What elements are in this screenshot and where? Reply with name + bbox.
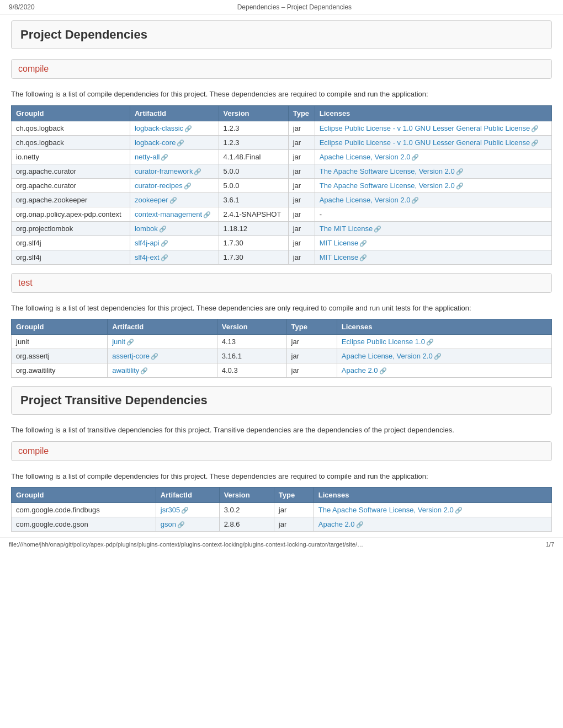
license-link[interactable]: Apache 2.0 xyxy=(318,520,355,528)
artifact-link[interactable]: curator-recipes xyxy=(135,181,183,190)
external-link-icon: 🔗 xyxy=(184,183,192,190)
test-table-header: GroupId ArtifactId Version Type Licenses xyxy=(12,319,552,335)
artifact-link[interactable]: context-management xyxy=(135,210,202,218)
cell-license[interactable]: - xyxy=(315,207,551,221)
external-link-icon: 🔗 xyxy=(411,197,419,204)
cell-license[interactable]: The MIT License🔗 xyxy=(315,221,551,235)
cell-artifactid[interactable]: awaitility🔗 xyxy=(108,363,217,378)
project-dependencies-title: Project Dependencies xyxy=(20,28,147,41)
artifact-link[interactable]: awaitility xyxy=(112,366,139,374)
table-row: org.slf4j slf4j-ext🔗 1.7.30 jar MIT Lice… xyxy=(12,250,552,264)
external-link-icon: 🔗 xyxy=(456,183,464,190)
table-row: junit junit🔗 4.13 jar Eclipse Public Lic… xyxy=(12,335,552,349)
cell-version: 3.6.1 xyxy=(219,192,288,207)
license-link[interactable]: Apache License, Version 2.0 xyxy=(320,196,411,204)
project-transitive-title: Project Transitive Dependencies xyxy=(20,393,208,407)
cell-artifactid[interactable]: curator-framework🔗 xyxy=(130,164,219,178)
cell-artifactid[interactable]: slf4j-ext🔗 xyxy=(130,250,219,264)
artifact-link[interactable]: slf4j-api xyxy=(135,239,160,247)
cell-groupid: ch.qos.logback xyxy=(12,121,130,135)
compile-description: The following is a list of compile depen… xyxy=(11,89,552,100)
cell-groupid: org.assertj xyxy=(12,349,108,363)
footer-path: file:///home/jhh/onap/git/policy/apex-pd… xyxy=(9,541,363,548)
table-row: org.apache.zookeeper zookeeper🔗 3.6.1 ja… xyxy=(12,192,552,207)
cell-groupid: org.slf4j xyxy=(12,250,130,264)
cell-artifactid[interactable]: zookeeper🔗 xyxy=(130,192,219,207)
license-link[interactable]: The Apache Software License, Version 2.0 xyxy=(320,167,455,175)
external-link-icon: 🔗 xyxy=(531,140,539,147)
license-link[interactable]: MIT License xyxy=(320,253,359,261)
artifact-link[interactable]: jsr305 xyxy=(161,506,180,514)
cell-artifactid[interactable]: slf4j-api🔗 xyxy=(130,235,219,250)
artifact-link[interactable]: lombok xyxy=(135,224,158,233)
cell-license[interactable]: The Apache Software License, Version 2.0… xyxy=(315,178,551,192)
test-table: GroupId ArtifactId Version Type Licenses… xyxy=(11,319,552,378)
license-link[interactable]: MIT License xyxy=(320,239,359,247)
license-link[interactable]: Eclipse Public License - v 1.0 GNU Lesse… xyxy=(320,138,530,147)
artifact-link[interactable]: zookeeper xyxy=(135,196,168,204)
cell-groupid: com.google.code.findbugs xyxy=(12,503,156,517)
artifact-link[interactable]: junit xyxy=(112,338,125,346)
cell-version: 3.0.2 xyxy=(219,503,274,517)
col-version: Version xyxy=(219,105,288,121)
cell-artifactid[interactable]: logback-core🔗 xyxy=(130,135,219,149)
license-link[interactable]: Apache License, Version 2.0 xyxy=(342,352,433,360)
artifact-link[interactable]: slf4j-ext xyxy=(135,253,160,261)
license-link[interactable]: The Apache Software License, Version 2.0 xyxy=(320,181,455,190)
external-link-icon: 🔗 xyxy=(426,339,434,346)
artifact-link[interactable]: netty-all xyxy=(135,153,160,161)
cell-artifactid[interactable]: gson🔗 xyxy=(156,517,219,532)
artifact-link[interactable]: assertj-core xyxy=(112,352,150,360)
license-link[interactable]: Apache License, Version 2.0 xyxy=(320,153,411,161)
cell-license[interactable]: The Apache Software License, Version 2.0… xyxy=(314,503,551,517)
cell-type: jar xyxy=(288,235,315,250)
cell-license[interactable]: Apache License, Version 2.0🔗 xyxy=(315,192,551,207)
col-version-test: Version xyxy=(217,319,286,335)
cell-license[interactable]: Apache License, Version 2.0🔗 xyxy=(337,349,551,363)
transitive-description: The following is a list of transitive de… xyxy=(11,425,552,436)
license-link[interactable]: Eclipse Public License - v 1.0 GNU Lesse… xyxy=(320,124,530,132)
cell-artifactid[interactable]: context-management🔗 xyxy=(130,207,219,221)
cell-license[interactable]: Apache 2.0🔗 xyxy=(314,517,551,532)
cell-groupid: io.netty xyxy=(12,149,130,164)
cell-groupid: org.apache.curator xyxy=(12,178,130,192)
cell-license[interactable]: Eclipse Public License - v 1.0 GNU Lesse… xyxy=(315,135,551,149)
cell-license[interactable]: Apache 2.0🔗 xyxy=(337,363,551,378)
external-link-icon: 🔗 xyxy=(181,507,189,514)
cell-type: jar xyxy=(288,192,315,207)
cell-artifactid[interactable]: lombok🔗 xyxy=(130,221,219,235)
cell-license[interactable]: Apache License, Version 2.0🔗 xyxy=(315,149,551,164)
cell-artifactid[interactable]: junit🔗 xyxy=(108,335,217,349)
cell-artifactid[interactable]: logback-classic🔗 xyxy=(130,121,219,135)
cell-license[interactable]: The Apache Software License, Version 2.0… xyxy=(315,164,551,178)
cell-license[interactable]: MIT License🔗 xyxy=(315,250,551,264)
cell-version: 4.0.3 xyxy=(217,363,286,378)
col-groupid: GroupId xyxy=(12,105,130,121)
cell-license[interactable]: MIT License🔗 xyxy=(315,235,551,250)
external-link-icon: 🔗 xyxy=(379,367,387,374)
license-link[interactable]: The Apache Software License, Version 2.0 xyxy=(318,506,454,514)
cell-license[interactable]: Eclipse Public License 1.0🔗 xyxy=(337,335,551,349)
license-link[interactable]: The MIT License xyxy=(320,224,373,233)
cell-artifactid[interactable]: netty-all🔗 xyxy=(130,149,219,164)
artifact-link[interactable]: logback-classic xyxy=(135,124,183,132)
cell-type: jar xyxy=(274,517,314,532)
cell-version: 1.7.30 xyxy=(219,250,288,264)
cell-license[interactable]: Eclipse Public License - v 1.0 GNU Lesse… xyxy=(315,121,551,135)
external-link-icon: 🔗 xyxy=(184,125,192,132)
artifact-link[interactable]: gson xyxy=(161,520,176,528)
license-link[interactable]: Eclipse Public License 1.0 xyxy=(342,338,425,346)
cell-artifactid[interactable]: jsr305🔗 xyxy=(156,503,219,517)
external-link-icon: 🔗 xyxy=(151,353,158,360)
col-type: Type xyxy=(288,105,315,121)
col-artifactid-test: ArtifactId xyxy=(108,319,217,335)
license-link[interactable]: Apache 2.0 xyxy=(342,366,378,374)
artifact-link[interactable]: curator-framework xyxy=(135,167,193,175)
artifact-link[interactable]: logback-core xyxy=(135,138,176,147)
cell-groupid: org.onap.policy.apex-pdp.context xyxy=(12,207,130,221)
external-link-icon: 🔗 xyxy=(456,168,464,175)
cell-artifactid[interactable]: curator-recipes🔗 xyxy=(130,178,219,192)
cell-artifactid[interactable]: assertj-core🔗 xyxy=(108,349,217,363)
cell-groupid: junit xyxy=(12,335,108,349)
external-link-icon: 🔗 xyxy=(177,521,185,528)
